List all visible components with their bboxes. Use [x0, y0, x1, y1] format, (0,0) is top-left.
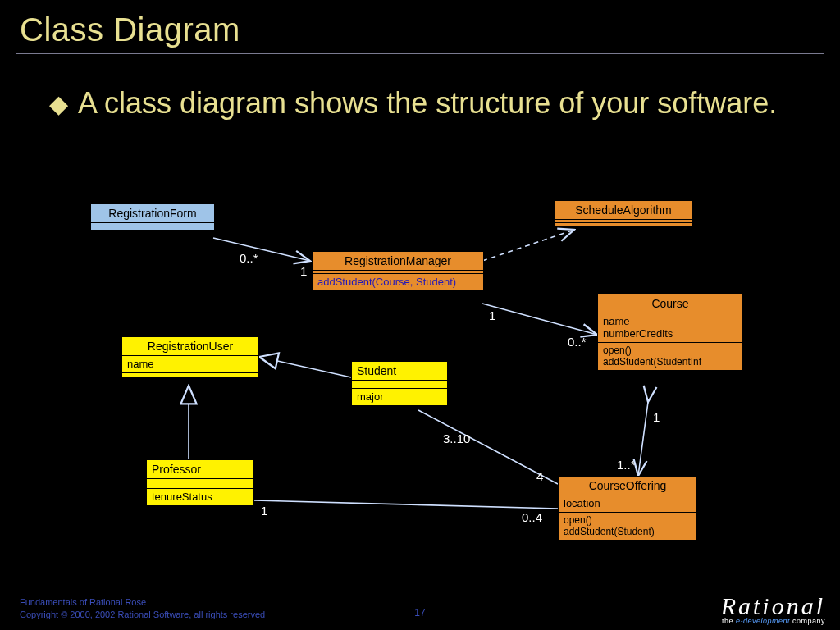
class-name: Professor	[147, 460, 253, 479]
mult-course-co-from: 1	[653, 410, 660, 424]
class-name: Student	[352, 362, 447, 381]
mult-rm-course-to: 0..*	[568, 335, 587, 349]
logo-tagline: the e-development company	[721, 617, 825, 625]
svg-line-7	[638, 402, 648, 476]
page-number: 17	[414, 607, 425, 619]
class-attr: major	[352, 389, 447, 405]
class-name: Course	[598, 294, 742, 313]
footer-line2: Copyright © 2000, 2002 Rational Software…	[20, 609, 265, 620]
svg-line-0	[213, 238, 310, 261]
rational-logo: Rational the e-development company	[721, 592, 825, 625]
class-name: RegistrationUser	[122, 337, 258, 356]
svg-line-6	[254, 500, 558, 509]
class-diagram: RegistrationForm RegistrationManager add…	[0, 0, 840, 630]
class-attr: name	[122, 356, 258, 373]
class-method: addStudent(Course, Student)	[313, 274, 483, 290]
svg-line-2	[482, 304, 597, 335]
mult-prof-co-from: 1	[261, 504, 267, 518]
class-professor: Professor tenureStatus	[146, 459, 254, 506]
footer-line1: Fundamentals of Rational Rose	[20, 596, 265, 608]
class-registration-manager: RegistrationManager addStudent(Course, S…	[312, 251, 484, 291]
class-registration-user: RegistrationUser name	[121, 336, 259, 377]
mult-rf-rm-to: 1	[300, 264, 307, 278]
mult-course-co-to: 1..*	[617, 458, 636, 472]
class-attr: name numberCredits	[598, 313, 742, 343]
footer: Fundamentals of Rational Rose Copyright …	[20, 596, 265, 620]
class-name: RegistrationManager	[313, 252, 483, 271]
class-attr: tenureStatus	[147, 489, 253, 505]
mult-co-student: 4	[536, 469, 543, 483]
class-student: Student major	[351, 361, 448, 406]
class-attr: location	[559, 495, 696, 513]
class-name: CourseOffering	[559, 477, 696, 495]
class-ops: open() addStudent(Student)	[559, 513, 696, 540]
svg-line-1	[482, 230, 574, 261]
class-schedule-algorithm: ScheduleAlgorithm	[555, 200, 692, 227]
class-ops: open() addStudent(StudentInf	[598, 343, 742, 370]
class-registration-form: RegistrationForm	[90, 203, 215, 231]
mult-student-co: 3..10	[443, 431, 470, 445]
class-name: RegistrationForm	[91, 204, 214, 223]
mult-prof-co-to: 0..4	[522, 510, 542, 524]
logo-brand: Rational	[721, 592, 825, 620]
class-course: Course name numberCredits open() addStud…	[597, 294, 743, 371]
mult-rm-course-from: 1	[489, 308, 495, 322]
mult-rf-rm-from: 0..*	[240, 251, 258, 265]
class-course-offering: CourseOffering location open() addStuden…	[558, 476, 697, 541]
class-name: ScheduleAlgorithm	[555, 201, 692, 220]
svg-line-3	[259, 357, 351, 377]
